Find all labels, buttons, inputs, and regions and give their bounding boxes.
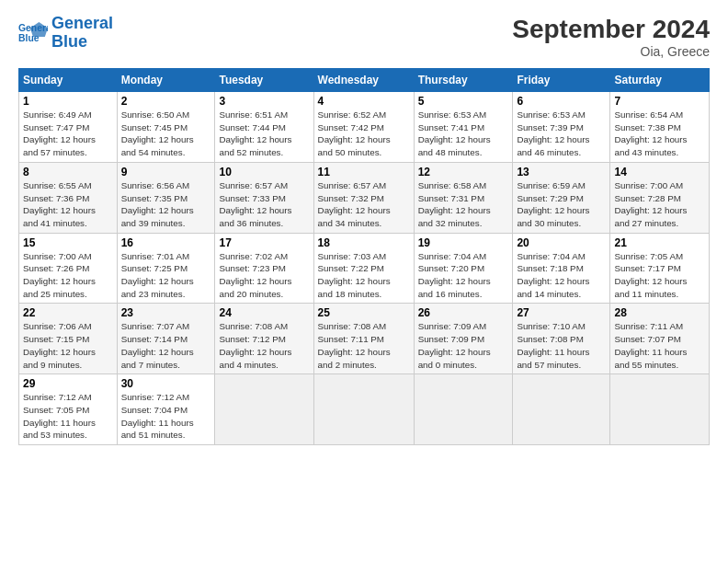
logo-icon: General Blue	[18, 20, 48, 46]
week-row-1: 1Sunrise: 6:49 AMSunset: 7:47 PMDaylight…	[19, 92, 710, 163]
day-cell: 22Sunrise: 7:06 AMSunset: 7:15 PMDayligh…	[19, 304, 118, 374]
col-monday: Monday	[117, 69, 215, 92]
day-cell: 25Sunrise: 7:08 AMSunset: 7:11 PMDayligh…	[313, 304, 414, 374]
day-cell: 14Sunrise: 7:00 AMSunset: 7:28 PMDayligh…	[610, 162, 710, 233]
day-cell: 12Sunrise: 6:58 AMSunset: 7:31 PMDayligh…	[414, 162, 513, 233]
day-number: 15	[23, 236, 113, 249]
day-number: 21	[614, 236, 705, 249]
day-cell: 6Sunrise: 6:53 AMSunset: 7:39 PMDaylight…	[513, 92, 610, 163]
day-number: 1	[23, 95, 113, 108]
day-info: Sunrise: 6:58 AMSunset: 7:31 PMDaylight:…	[418, 179, 509, 230]
day-cell: 13Sunrise: 6:59 AMSunset: 7:29 PMDayligh…	[513, 162, 610, 233]
day-info: Sunrise: 6:51 AMSunset: 7:44 PMDaylight:…	[219, 109, 309, 159]
logo-text: General	[51, 15, 113, 33]
day-number: 18	[318, 236, 410, 249]
day-cell: 7Sunrise: 6:54 AMSunset: 7:38 PMDaylight…	[610, 92, 710, 163]
day-number: 19	[418, 236, 509, 249]
logo: General Blue General Blue	[18, 15, 113, 52]
day-info: Sunrise: 6:56 AMSunset: 7:35 PMDaylight:…	[121, 179, 211, 230]
day-info: Sunrise: 6:57 AMSunset: 7:33 PMDaylight:…	[219, 179, 309, 230]
header-row: Sunday Monday Tuesday Wednesday Thursday…	[19, 69, 710, 92]
day-number: 11	[318, 166, 410, 178]
col-sunday: Sunday	[19, 69, 118, 92]
week-row-5: 29Sunrise: 7:12 AMSunset: 7:05 PMDayligh…	[19, 374, 710, 445]
day-number: 4	[318, 95, 410, 108]
day-info: Sunrise: 7:00 AMSunset: 7:26 PMDaylight:…	[23, 250, 113, 301]
day-info: Sunrise: 6:54 AMSunset: 7:38 PMDaylight:…	[614, 109, 705, 159]
day-number: 16	[121, 236, 211, 249]
month-title: September 2024	[512, 15, 710, 44]
day-number: 29	[23, 377, 113, 390]
day-info: Sunrise: 7:02 AMSunset: 7:23 PMDaylight:…	[219, 250, 309, 301]
day-number: 27	[517, 306, 606, 319]
col-thursday: Thursday	[414, 69, 513, 92]
header: General Blue General Blue September 2024…	[18, 15, 710, 59]
col-tuesday: Tuesday	[215, 69, 313, 92]
day-info: Sunrise: 6:50 AMSunset: 7:45 PMDaylight:…	[121, 109, 211, 159]
day-number: 30	[121, 377, 211, 390]
day-cell: 28Sunrise: 7:11 AMSunset: 7:07 PMDayligh…	[610, 304, 710, 374]
day-cell: 5Sunrise: 6:53 AMSunset: 7:41 PMDaylight…	[414, 92, 513, 163]
day-cell: 1Sunrise: 6:49 AMSunset: 7:47 PMDaylight…	[19, 92, 118, 163]
day-info: Sunrise: 7:04 AMSunset: 7:18 PMDaylight:…	[517, 250, 606, 301]
day-info: Sunrise: 7:10 AMSunset: 7:08 PMDaylight:…	[517, 320, 606, 371]
col-saturday: Saturday	[610, 69, 710, 92]
day-number: 6	[517, 95, 606, 108]
day-cell: 4Sunrise: 6:52 AMSunset: 7:42 PMDaylight…	[313, 92, 414, 163]
day-cell	[313, 374, 414, 445]
week-row-2: 8Sunrise: 6:55 AMSunset: 7:36 PMDaylight…	[19, 162, 710, 233]
day-info: Sunrise: 7:04 AMSunset: 7:20 PMDaylight:…	[418, 250, 509, 301]
col-wednesday: Wednesday	[313, 69, 414, 92]
day-number: 9	[121, 166, 211, 178]
day-info: Sunrise: 7:09 AMSunset: 7:09 PMDaylight:…	[418, 320, 509, 371]
day-number: 14	[614, 166, 705, 178]
calendar-table: Sunday Monday Tuesday Wednesday Thursday…	[18, 68, 710, 445]
day-cell	[513, 374, 610, 445]
title-block: September 2024 Oia, Greece	[512, 15, 710, 59]
day-info: Sunrise: 6:57 AMSunset: 7:32 PMDaylight:…	[318, 179, 410, 230]
day-number: 17	[219, 236, 309, 249]
day-info: Sunrise: 6:55 AMSunset: 7:36 PMDaylight:…	[23, 179, 113, 230]
day-number: 13	[517, 166, 606, 178]
day-cell: 10Sunrise: 6:57 AMSunset: 7:33 PMDayligh…	[215, 162, 313, 233]
day-info: Sunrise: 7:11 AMSunset: 7:07 PMDaylight:…	[614, 320, 705, 371]
day-info: Sunrise: 6:53 AMSunset: 7:39 PMDaylight:…	[517, 109, 606, 159]
day-cell: 29Sunrise: 7:12 AMSunset: 7:05 PMDayligh…	[19, 374, 118, 445]
day-info: Sunrise: 7:01 AMSunset: 7:25 PMDaylight:…	[121, 250, 211, 301]
day-cell: 11Sunrise: 6:57 AMSunset: 7:32 PMDayligh…	[313, 162, 414, 233]
day-number: 8	[23, 166, 113, 178]
day-cell: 26Sunrise: 7:09 AMSunset: 7:09 PMDayligh…	[414, 304, 513, 374]
day-info: Sunrise: 6:53 AMSunset: 7:41 PMDaylight:…	[418, 109, 509, 159]
day-number: 3	[219, 95, 309, 108]
day-number: 12	[418, 166, 509, 178]
day-number: 7	[614, 95, 705, 108]
day-number: 25	[318, 306, 410, 319]
day-number: 23	[121, 306, 211, 319]
location: Oia, Greece	[512, 44, 710, 59]
day-info: Sunrise: 7:00 AMSunset: 7:28 PMDaylight:…	[614, 179, 705, 230]
day-info: Sunrise: 7:06 AMSunset: 7:15 PMDaylight:…	[23, 320, 113, 371]
day-cell: 19Sunrise: 7:04 AMSunset: 7:20 PMDayligh…	[414, 233, 513, 304]
day-info: Sunrise: 7:05 AMSunset: 7:17 PMDaylight:…	[614, 250, 705, 301]
day-number: 24	[219, 306, 309, 319]
day-cell: 27Sunrise: 7:10 AMSunset: 7:08 PMDayligh…	[513, 304, 610, 374]
day-info: Sunrise: 6:59 AMSunset: 7:29 PMDaylight:…	[517, 179, 606, 230]
day-cell: 9Sunrise: 6:56 AMSunset: 7:35 PMDaylight…	[117, 162, 215, 233]
day-cell: 20Sunrise: 7:04 AMSunset: 7:18 PMDayligh…	[513, 233, 610, 304]
week-row-3: 15Sunrise: 7:00 AMSunset: 7:26 PMDayligh…	[19, 233, 710, 304]
day-cell: 8Sunrise: 6:55 AMSunset: 7:36 PMDaylight…	[19, 162, 118, 233]
col-friday: Friday	[513, 69, 610, 92]
day-cell	[414, 374, 513, 445]
day-info: Sunrise: 7:12 AMSunset: 7:04 PMDaylight:…	[121, 391, 211, 442]
day-cell: 24Sunrise: 7:08 AMSunset: 7:12 PMDayligh…	[215, 304, 313, 374]
day-info: Sunrise: 7:12 AMSunset: 7:05 PMDaylight:…	[23, 391, 113, 442]
day-info: Sunrise: 7:08 AMSunset: 7:12 PMDaylight:…	[219, 320, 309, 371]
day-cell: 15Sunrise: 7:00 AMSunset: 7:26 PMDayligh…	[19, 233, 118, 304]
day-number: 10	[219, 166, 309, 178]
day-info: Sunrise: 7:08 AMSunset: 7:11 PMDaylight:…	[318, 320, 410, 371]
day-number: 20	[517, 236, 606, 249]
page: General Blue General Blue September 2024…	[0, 0, 728, 563]
day-cell: 30Sunrise: 7:12 AMSunset: 7:04 PMDayligh…	[117, 374, 215, 445]
day-cell: 18Sunrise: 7:03 AMSunset: 7:22 PMDayligh…	[313, 233, 414, 304]
day-number: 26	[418, 306, 509, 319]
